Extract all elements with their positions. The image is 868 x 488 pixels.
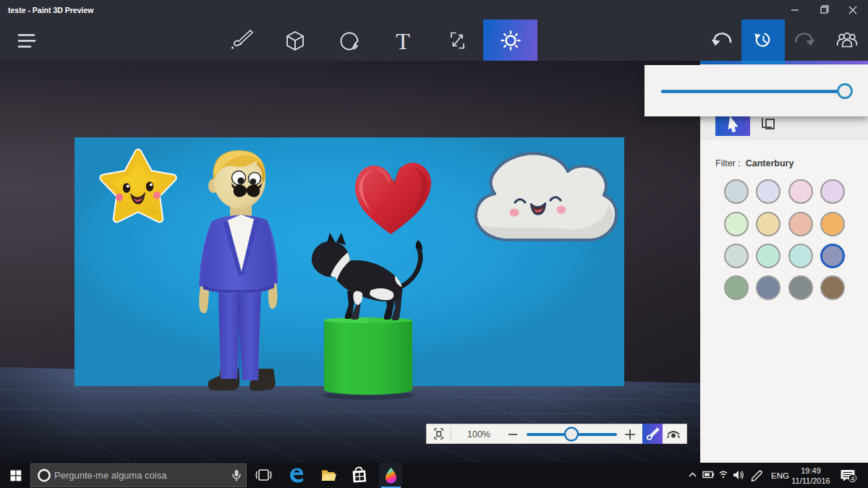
svg-text:100%: 100% [467, 429, 490, 440]
svg-text:4: 4 [851, 475, 854, 482]
svg-text:T: T [396, 28, 410, 54]
